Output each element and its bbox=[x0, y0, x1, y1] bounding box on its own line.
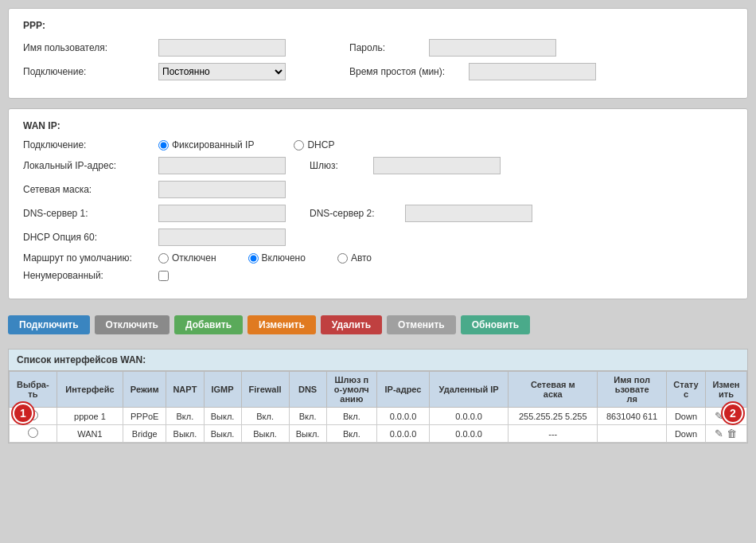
col-firewall: Firewall bbox=[241, 372, 289, 408]
edit-icon[interactable]: ✎ bbox=[715, 428, 723, 439]
col-napt: NAPT bbox=[166, 372, 204, 408]
cell-username bbox=[598, 425, 667, 443]
cell-firewall: Вкл. bbox=[241, 408, 289, 425]
username-label: Имя пользователя: bbox=[23, 42, 158, 53]
table-row: WAN1BridgeВыкл.Выкл.Выкл.Выкл.Вкл.0.0.0.… bbox=[10, 425, 747, 443]
cell-interface: pppoe 1 bbox=[57, 408, 123, 425]
wan-interface-table-section: Список интерфейсов WAN: Выбра-ть Интерфе… bbox=[8, 349, 748, 443]
radio-auto[interactable] bbox=[337, 253, 348, 264]
cell-status: Down bbox=[667, 408, 706, 425]
cell-igmp: Выкл. bbox=[204, 408, 241, 425]
cell-username: 8631040 611 bbox=[598, 408, 667, 425]
cell-dns: Вкл. bbox=[289, 408, 326, 425]
cell-ip: 0.0.0.0 bbox=[377, 408, 430, 425]
row-select-radio[interactable] bbox=[28, 428, 38, 438]
col-modify: Изменить bbox=[705, 372, 746, 408]
radio-on[interactable] bbox=[248, 253, 259, 264]
cell-status: Down bbox=[667, 425, 706, 443]
col-ip: IP-адрес bbox=[377, 372, 430, 408]
cell-napt: Вкл. bbox=[166, 408, 204, 425]
col-igmp: IGMP bbox=[204, 372, 241, 408]
cell-napt: Выкл. bbox=[166, 425, 204, 443]
radio-dhcp[interactable] bbox=[294, 140, 304, 150]
radio-dhcp-label: DHCP bbox=[307, 139, 334, 150]
cell-ip: 0.0.0.0 bbox=[377, 425, 430, 443]
badge-2: 2 bbox=[723, 403, 743, 424]
idle-time-input[interactable] bbox=[469, 63, 596, 80]
modify-button[interactable]: Изменить bbox=[247, 315, 316, 334]
refresh-button[interactable]: Обновить bbox=[461, 315, 530, 334]
wan-ip-section-title: WAN IP: bbox=[23, 120, 733, 131]
wan-connection-label: Подключение: bbox=[23, 139, 158, 150]
cell-firewall: Выкл. bbox=[241, 425, 289, 443]
radio-fixed-ip[interactable] bbox=[158, 140, 169, 150]
cell-interface: WAN1 bbox=[57, 425, 123, 443]
disconnect-button[interactable]: Отключить bbox=[95, 315, 170, 334]
unnumbered-label: Ненумерованный: bbox=[23, 270, 158, 281]
radio-off[interactable] bbox=[158, 253, 169, 264]
radio-off-label: Отключен bbox=[172, 252, 216, 264]
cell-igmp: Выкл. bbox=[204, 425, 241, 443]
cell-mask: 255.255.25 5.255 bbox=[509, 408, 598, 425]
cell-mask: --- bbox=[509, 425, 598, 443]
col-select: Выбра-ть bbox=[10, 372, 57, 408]
action-toolbar: Подключить Отключить Добавить Изменить У… bbox=[8, 309, 748, 341]
col-mask: Сетевая маска bbox=[509, 372, 598, 408]
radio-fixed-label: Фиксированный IP bbox=[172, 139, 254, 150]
cell-remote_ip: 0.0.0.0 bbox=[429, 408, 509, 425]
wan-interface-table: Выбра-ть Интерфейс Режим NAPT IGMP Firew… bbox=[9, 371, 747, 443]
subnet-mask-label: Сетевая маска: bbox=[23, 184, 158, 195]
col-remote-ip: Удаленный IP bbox=[429, 372, 509, 408]
local-ip-label: Локальный IP-адрес: bbox=[23, 160, 158, 171]
delete-icon[interactable]: 🗑 bbox=[727, 428, 737, 439]
default-route-label: Маршрут по умолчанию: bbox=[23, 252, 158, 264]
gateway-input[interactable] bbox=[373, 157, 501, 174]
gateway-label: Шлюз: bbox=[310, 160, 373, 171]
unnumbered-checkbox[interactable] bbox=[158, 271, 169, 281]
add-button[interactable]: Добавить bbox=[174, 315, 243, 334]
ppp-section-title: PPP: bbox=[23, 20, 733, 31]
username-input[interactable] bbox=[158, 39, 286, 57]
password-input[interactable] bbox=[429, 39, 556, 57]
radio-on-label: Включено bbox=[262, 252, 306, 264]
cell-actions: ✎🗑 bbox=[705, 425, 746, 443]
col-mode: Режим bbox=[123, 372, 166, 408]
col-dns: DNS bbox=[289, 372, 326, 408]
cancel-button[interactable]: Отменить bbox=[387, 315, 456, 334]
cell-remote_ip: 0.0.0.0 bbox=[429, 425, 509, 443]
dns1-input[interactable] bbox=[158, 205, 286, 222]
cell-mode: Bridge bbox=[123, 425, 166, 443]
dhcp-opt-input[interactable] bbox=[158, 229, 286, 246]
cell-mode: PPPoE bbox=[123, 408, 166, 425]
col-gateway: Шлюз по-умолчанию bbox=[326, 372, 376, 408]
table-row: pppoe 1PPPoEВкл.Выкл.Вкл.Вкл.Вкл.0.0.0.0… bbox=[10, 408, 747, 425]
connection-label: Подключение: bbox=[23, 66, 158, 77]
col-status: Статус bbox=[667, 372, 706, 408]
dns1-label: DNS-сервер 1: bbox=[23, 208, 158, 219]
radio-auto-label: Авто bbox=[351, 252, 372, 264]
idle-time-label: Время простоя (мин): bbox=[349, 66, 469, 77]
connection-select[interactable]: Постоянно bbox=[158, 63, 286, 80]
delete-button[interactable]: Удалить bbox=[321, 315, 382, 334]
dns2-input[interactable] bbox=[405, 205, 532, 222]
col-interface: Интерфейс bbox=[57, 372, 123, 408]
password-label: Пароль: bbox=[349, 42, 429, 53]
dns2-label: DNS-сервер 2: bbox=[310, 208, 405, 219]
connect-button[interactable]: Подключить bbox=[8, 315, 90, 334]
col-username: Имя пользователя bbox=[598, 372, 667, 408]
cell-gateway: Вкл. bbox=[326, 408, 376, 425]
wan-list-title: Список интерфейсов WAN: bbox=[9, 350, 747, 371]
cell-gateway: Вкл. bbox=[326, 425, 376, 443]
badge-1: 1 bbox=[13, 403, 33, 424]
cell-dns: Выкл. bbox=[289, 425, 326, 443]
local-ip-input[interactable] bbox=[158, 157, 286, 174]
dhcp-opt-label: DHCP Опция 60: bbox=[23, 232, 158, 243]
subnet-mask-input[interactable] bbox=[158, 181, 286, 198]
